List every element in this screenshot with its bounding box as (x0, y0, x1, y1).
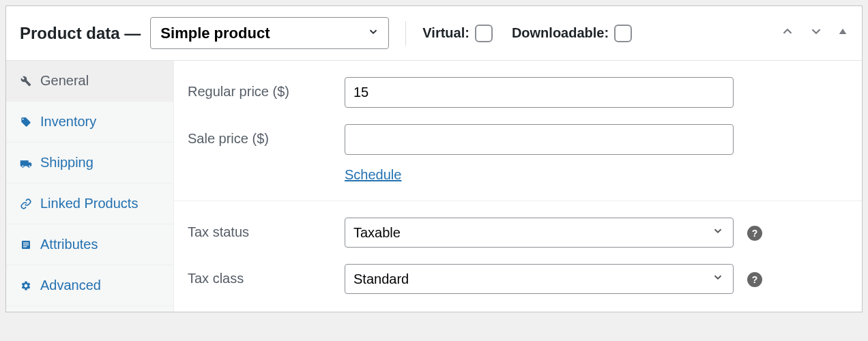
panel-body: General Inventory Shipping Linked Produc… (6, 61, 862, 312)
virtual-option: Virtual: (422, 25, 493, 42)
svg-rect-2 (23, 242, 29, 243)
downloadable-checkbox[interactable] (614, 25, 632, 42)
tab-label: Linked Products (40, 196, 138, 211)
tab-label: Shipping (40, 155, 93, 170)
collapse-toggle-icon[interactable] (837, 26, 848, 40)
chevron-up-icon[interactable] (780, 24, 795, 42)
svg-rect-4 (23, 246, 27, 247)
schedule-link[interactable]: Schedule (345, 167, 734, 183)
tab-inventory[interactable]: Inventory (6, 102, 173, 143)
regular-price-input[interactable] (345, 77, 734, 108)
list-icon (20, 239, 32, 251)
link-icon (20, 198, 32, 210)
help-icon[interactable]: ? (747, 272, 762, 287)
help-icon[interactable]: ? (747, 226, 762, 241)
sale-price-label: Sale price ($) (188, 124, 345, 147)
chevron-down-icon[interactable] (809, 24, 824, 42)
truck-icon (20, 157, 32, 169)
tab-content: Regular price ($) Sale price ($) Schedul… (174, 61, 862, 312)
downloadable-label: Downloadable: (512, 25, 609, 41)
svg-marker-0 (839, 29, 847, 34)
tax-class-select[interactable]: Standard (345, 264, 734, 294)
tax-class-label: Tax class (188, 264, 345, 286)
pricing-section: Regular price ($) Sale price ($) Schedul… (174, 61, 862, 201)
product-type-select[interactable]: Simple product (150, 17, 389, 49)
gear-icon (20, 280, 32, 292)
regular-price-label: Regular price ($) (188, 77, 345, 100)
tax-section: Tax status Taxable ? (174, 201, 862, 312)
wrench-icon (20, 75, 32, 87)
header-actions (780, 24, 848, 42)
tab-linked-products[interactable]: Linked Products (6, 183, 173, 224)
panel-header: Product data — Simple product Virtual: D… (6, 6, 862, 61)
side-tabs: General Inventory Shipping Linked Produc… (6, 61, 174, 312)
regular-price-row: Regular price ($) (188, 77, 848, 108)
tab-label: Advanced (40, 278, 101, 293)
tab-advanced[interactable]: Advanced (6, 265, 173, 306)
tab-attributes[interactable]: Attributes (6, 224, 173, 265)
tab-label: Inventory (40, 114, 96, 130)
panel-title: Product data — (20, 24, 141, 43)
sale-price-row: Sale price ($) Schedule (188, 124, 848, 183)
tab-label: General (40, 73, 89, 89)
divider (405, 21, 406, 46)
tab-shipping[interactable]: Shipping (6, 143, 173, 183)
tax-status-row: Tax status Taxable ? (188, 218, 848, 248)
downloadable-option: Downloadable: (512, 25, 632, 42)
tab-label: Attributes (40, 237, 98, 252)
sale-price-input[interactable] (345, 124, 734, 155)
tax-class-row: Tax class Standard ? (188, 264, 848, 294)
product-data-panel: Product data — Simple product Virtual: D… (5, 5, 863, 312)
tab-general[interactable]: General (6, 61, 173, 102)
tag-icon (20, 116, 32, 128)
virtual-label: Virtual: (422, 25, 469, 41)
svg-rect-3 (23, 244, 29, 245)
virtual-checkbox[interactable] (475, 25, 493, 42)
tax-status-select[interactable]: Taxable (345, 218, 734, 248)
tax-status-label: Tax status (188, 218, 345, 240)
